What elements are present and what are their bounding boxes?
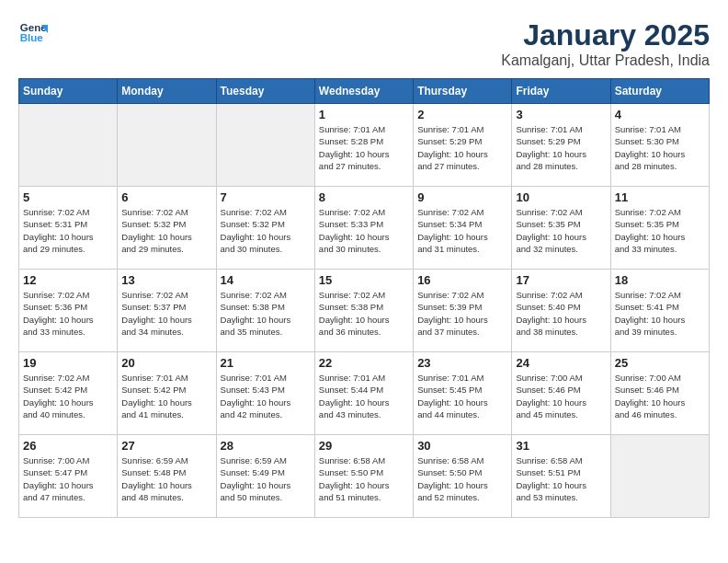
calendar-title: January 2025 <box>501 18 710 52</box>
day-number: 9 <box>417 190 507 204</box>
day-number: 28 <box>221 439 311 453</box>
calendar-table: SundayMondayTuesdayWednesdayThursdayFrid… <box>18 78 710 518</box>
calendar-week-row: 12Sunrise: 7:02 AM Sunset: 5:36 PM Dayli… <box>19 270 710 352</box>
calendar-week-row: 26Sunrise: 7:00 AM Sunset: 5:47 PM Dayli… <box>19 435 710 518</box>
calendar-cell <box>216 104 314 187</box>
day-number: 12 <box>23 273 113 287</box>
calendar-cell <box>19 104 118 187</box>
day-number: 20 <box>121 356 211 370</box>
calendar-cell: 11Sunrise: 7:02 AM Sunset: 5:35 PM Dayli… <box>610 187 709 270</box>
weekday-header: Tuesday <box>216 79 314 104</box>
day-info: Sunrise: 7:01 AM Sunset: 5:30 PM Dayligh… <box>615 123 705 172</box>
svg-text:Blue: Blue <box>20 32 44 43</box>
calendar-cell: 1Sunrise: 7:01 AM Sunset: 5:28 PM Daylig… <box>314 104 413 187</box>
day-number: 19 <box>23 356 113 370</box>
day-info: Sunrise: 7:00 AM Sunset: 5:47 PM Dayligh… <box>23 454 113 503</box>
weekday-header: Thursday <box>414 79 512 104</box>
calendar-week-row: 5Sunrise: 7:02 AM Sunset: 5:31 PM Daylig… <box>19 187 710 270</box>
calendar-cell <box>610 435 709 518</box>
day-number: 2 <box>417 108 507 121</box>
day-info: Sunrise: 7:01 AM Sunset: 5:29 PM Dayligh… <box>516 123 606 172</box>
day-info: Sunrise: 7:00 AM Sunset: 5:46 PM Dayligh… <box>615 372 705 420</box>
day-number: 30 <box>417 439 507 453</box>
day-number: 25 <box>615 356 705 370</box>
day-info: Sunrise: 7:02 AM Sunset: 5:31 PM Dayligh… <box>23 206 113 255</box>
calendar-cell: 12Sunrise: 7:02 AM Sunset: 5:36 PM Dayli… <box>19 270 118 352</box>
calendar-cell: 8Sunrise: 7:02 AM Sunset: 5:33 PM Daylig… <box>314 187 413 270</box>
calendar-cell: 28Sunrise: 6:59 AM Sunset: 5:49 PM Dayli… <box>216 435 314 518</box>
day-info: Sunrise: 7:02 AM Sunset: 5:41 PM Dayligh… <box>615 289 705 338</box>
calendar-cell <box>118 104 216 187</box>
day-info: Sunrise: 7:01 AM Sunset: 5:44 PM Dayligh… <box>319 372 409 420</box>
calendar-cell: 23Sunrise: 7:01 AM Sunset: 5:45 PM Dayli… <box>414 352 512 435</box>
calendar-cell: 4Sunrise: 7:01 AM Sunset: 5:30 PM Daylig… <box>610 104 709 187</box>
day-number: 5 <box>23 190 113 204</box>
calendar-subtitle: Kamalganj, Uttar Pradesh, India <box>501 52 710 69</box>
logo-icon: General Blue <box>18 18 48 48</box>
day-info: Sunrise: 7:01 AM Sunset: 5:28 PM Dayligh… <box>319 123 409 172</box>
day-info: Sunrise: 6:59 AM Sunset: 5:48 PM Dayligh… <box>121 454 211 503</box>
calendar-cell: 24Sunrise: 7:00 AM Sunset: 5:46 PM Dayli… <box>512 352 610 435</box>
day-info: Sunrise: 6:59 AM Sunset: 5:49 PM Dayligh… <box>221 454 311 503</box>
calendar-cell: 29Sunrise: 6:58 AM Sunset: 5:50 PM Dayli… <box>314 435 413 518</box>
logo: General Blue <box>18 18 48 48</box>
day-number: 26 <box>23 439 113 453</box>
day-number: 27 <box>121 439 211 453</box>
day-info: Sunrise: 7:02 AM Sunset: 5:34 PM Dayligh… <box>417 206 507 255</box>
calendar-cell: 20Sunrise: 7:01 AM Sunset: 5:42 PM Dayli… <box>118 352 216 435</box>
calendar-cell: 9Sunrise: 7:02 AM Sunset: 5:34 PM Daylig… <box>414 187 512 270</box>
day-info: Sunrise: 7:02 AM Sunset: 5:33 PM Dayligh… <box>319 206 409 255</box>
day-info: Sunrise: 7:01 AM Sunset: 5:43 PM Dayligh… <box>221 372 311 420</box>
day-info: Sunrise: 7:00 AM Sunset: 5:46 PM Dayligh… <box>516 372 606 420</box>
day-number: 16 <box>417 273 507 287</box>
calendar-cell: 22Sunrise: 7:01 AM Sunset: 5:44 PM Dayli… <box>314 352 413 435</box>
weekday-header: Sunday <box>19 79 118 104</box>
day-number: 22 <box>319 356 409 370</box>
title-block: January 2025 Kamalganj, Uttar Pradesh, I… <box>501 18 710 69</box>
day-info: Sunrise: 7:01 AM Sunset: 5:42 PM Dayligh… <box>121 372 211 420</box>
day-number: 18 <box>615 273 705 287</box>
calendar-cell: 21Sunrise: 7:01 AM Sunset: 5:43 PM Dayli… <box>216 352 314 435</box>
day-number: 31 <box>516 439 606 453</box>
weekday-header: Saturday <box>610 79 709 104</box>
calendar-cell: 16Sunrise: 7:02 AM Sunset: 5:39 PM Dayli… <box>414 270 512 352</box>
day-info: Sunrise: 7:02 AM Sunset: 5:38 PM Dayligh… <box>319 289 409 338</box>
day-number: 8 <box>319 190 409 204</box>
day-info: Sunrise: 7:02 AM Sunset: 5:37 PM Dayligh… <box>121 289 211 338</box>
calendar-cell: 25Sunrise: 7:00 AM Sunset: 5:46 PM Dayli… <box>610 352 709 435</box>
day-info: Sunrise: 7:02 AM Sunset: 5:32 PM Dayligh… <box>221 206 311 255</box>
day-number: 29 <box>319 439 409 453</box>
day-info: Sunrise: 6:58 AM Sunset: 5:50 PM Dayligh… <box>417 454 507 503</box>
day-number: 4 <box>615 108 705 121</box>
weekday-header: Wednesday <box>314 79 413 104</box>
calendar-cell: 17Sunrise: 7:02 AM Sunset: 5:40 PM Dayli… <box>512 270 610 352</box>
calendar-cell: 14Sunrise: 7:02 AM Sunset: 5:38 PM Dayli… <box>216 270 314 352</box>
day-info: Sunrise: 7:02 AM Sunset: 5:42 PM Dayligh… <box>23 372 113 420</box>
day-number: 23 <box>417 356 507 370</box>
day-info: Sunrise: 7:01 AM Sunset: 5:45 PM Dayligh… <box>417 372 507 420</box>
day-number: 3 <box>516 108 606 121</box>
calendar-cell: 15Sunrise: 7:02 AM Sunset: 5:38 PM Dayli… <box>314 270 413 352</box>
weekday-header: Monday <box>118 79 216 104</box>
day-info: Sunrise: 6:58 AM Sunset: 5:50 PM Dayligh… <box>319 454 409 503</box>
calendar-cell: 26Sunrise: 7:00 AM Sunset: 5:47 PM Dayli… <box>19 435 118 518</box>
day-info: Sunrise: 7:02 AM Sunset: 5:39 PM Dayligh… <box>417 289 507 338</box>
calendar-cell: 18Sunrise: 7:02 AM Sunset: 5:41 PM Dayli… <box>610 270 709 352</box>
calendar-cell: 27Sunrise: 6:59 AM Sunset: 5:48 PM Dayli… <box>118 435 216 518</box>
calendar-week-row: 1Sunrise: 7:01 AM Sunset: 5:28 PM Daylig… <box>19 104 710 187</box>
day-number: 17 <box>516 273 606 287</box>
day-info: Sunrise: 7:02 AM Sunset: 5:36 PM Dayligh… <box>23 289 113 338</box>
page-header: General Blue January 2025 Kamalganj, Utt… <box>18 18 710 69</box>
day-number: 15 <box>319 273 409 287</box>
day-number: 10 <box>516 190 606 204</box>
day-number: 6 <box>121 190 211 204</box>
calendar-cell: 5Sunrise: 7:02 AM Sunset: 5:31 PM Daylig… <box>19 187 118 270</box>
calendar-cell: 2Sunrise: 7:01 AM Sunset: 5:29 PM Daylig… <box>414 104 512 187</box>
day-number: 1 <box>319 108 409 121</box>
day-info: Sunrise: 7:02 AM Sunset: 5:35 PM Dayligh… <box>516 206 606 255</box>
calendar-header: SundayMondayTuesdayWednesdayThursdayFrid… <box>19 79 710 104</box>
day-info: Sunrise: 7:02 AM Sunset: 5:35 PM Dayligh… <box>615 206 705 255</box>
day-number: 11 <box>615 190 705 204</box>
calendar-week-row: 19Sunrise: 7:02 AM Sunset: 5:42 PM Dayli… <box>19 352 710 435</box>
calendar-cell: 10Sunrise: 7:02 AM Sunset: 5:35 PM Dayli… <box>512 187 610 270</box>
